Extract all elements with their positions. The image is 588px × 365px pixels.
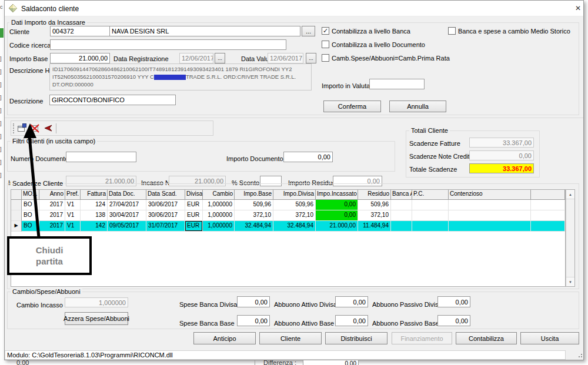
table-cell[interactable]: 2017 [39, 221, 65, 232]
resize-grip-icon[interactable] [579, 356, 580, 357]
table-cell[interactable]: 0,00 [316, 210, 358, 221]
table-cell[interactable]: 372,10 [358, 210, 391, 221]
table-cell[interactable] [412, 221, 449, 232]
red-dart-icon[interactable] [44, 123, 53, 133]
column-header[interactable]: Contenzioso [449, 190, 531, 200]
cliente-code-field[interactable]: 004372 [50, 26, 110, 36]
data-registrazione-field[interactable]: 12/06/2017 [179, 53, 213, 63]
table-cell[interactable]: 372,10 [235, 210, 273, 221]
row-selector[interactable]: ▶ [11, 221, 22, 232]
checkbox-camb-spese-abbuoni[interactable] [322, 54, 329, 62]
table-cell[interactable]: BO [22, 221, 39, 232]
table-cell[interactable]: 32.484,94 [235, 221, 273, 232]
table-cell[interactable] [391, 200, 412, 210]
table-cell[interactable]: 509,96 [358, 200, 391, 210]
table-cell[interactable]: EUR [185, 221, 203, 232]
data-valuta-browse-button[interactable]: ... [306, 53, 316, 63]
column-header[interactable]: Impo.Base [235, 190, 273, 200]
table-cell[interactable]: 1,000000 [203, 200, 235, 210]
table-cell[interactable]: 1,000000 [203, 221, 235, 232]
vertical-scrollbar[interactable]: ▲ ▼ [566, 189, 575, 287]
table-cell[interactable] [412, 210, 449, 221]
spese-banca-divisa-field[interactable]: 0,00 [237, 296, 270, 307]
cliente-browse-button[interactable]: ... [302, 26, 315, 36]
numero-documento-field[interactable] [66, 152, 136, 162]
table-cell[interactable]: 30/06/2017 [146, 210, 185, 221]
data-valuta-field[interactable]: 12/06/2017 [268, 53, 303, 63]
descrizione-field[interactable]: GIROCONTO/BONIFICO [49, 95, 176, 105]
abbuono-passivo-base-field[interactable]: 0,00 [437, 315, 470, 326]
column-header[interactable]: Cambio [203, 190, 235, 200]
table-cell[interactable]: 30/04/2017 [108, 210, 146, 221]
column-header[interactable]: Data Scad. [146, 190, 185, 200]
spese-banca-base-field[interactable]: 0,00 [237, 315, 270, 326]
anticipo-button[interactable]: Anticipo [193, 332, 256, 344]
table-cell[interactable] [449, 210, 531, 221]
abbuono-passivo-divisa-field[interactable]: 0,00 [437, 296, 470, 307]
table-cell[interactable]: 142 [81, 221, 108, 232]
scroll-down-icon[interactable]: ▼ [566, 277, 574, 286]
resize-grip-icon[interactable] [581, 354, 582, 355]
table-cell[interactable]: BO [22, 200, 39, 210]
table-cell[interactable]: V1 [65, 200, 81, 210]
table-cell[interactable]: 509,96 [235, 200, 273, 210]
cliente-name-field[interactable]: NAVA DESIGN SRL [109, 26, 300, 36]
table-cell[interactable]: 2017 [39, 210, 65, 221]
data-registrazione-browse-button[interactable]: ... [215, 53, 225, 63]
table-cell[interactable]: BO [22, 210, 39, 221]
column-header[interactable]: Residuo [358, 190, 391, 200]
table-cell[interactable]: 2017 [39, 200, 65, 210]
scroll-up-icon[interactable]: ▲ [566, 190, 574, 199]
table-row[interactable]: ▶BO2017V114209/05/201731/07/2017EUR1,000… [11, 221, 565, 232]
table-cell[interactable]: 1,000000 [203, 210, 235, 221]
checkbox-banca-spese-medio-storico[interactable] [448, 27, 456, 35]
table-cell[interactable]: 138 [81, 210, 108, 221]
table-cell[interactable]: 11.484,94 [358, 221, 391, 232]
abbuono-attivo-divisa-field[interactable]: 0,00 [335, 296, 368, 307]
table-cell[interactable] [449, 200, 531, 210]
table-row[interactable]: BO2017V113830/04/201730/06/2017EUR1,0000… [11, 210, 565, 221]
column-header[interactable]: Impo.Divisa [273, 190, 316, 200]
importo-in-valuta-field[interactable] [369, 79, 425, 89]
column-header[interactable]: Banca Ant. [391, 190, 412, 200]
table-cell[interactable]: V1 [65, 210, 81, 221]
table-cell[interactable]: 27/04/2017 [108, 200, 146, 210]
column-header[interactable]: Divisa [185, 190, 203, 200]
column-header[interactable]: MO.I. [22, 190, 39, 200]
column-header[interactable]: Data Doc. [108, 190, 146, 200]
distribuisci-button[interactable]: Distribuisci [325, 332, 387, 344]
table-cell[interactable]: 509,96 [273, 200, 316, 210]
table-row[interactable]: BO2017V112427/04/201730/06/2017EUR1,0000… [11, 200, 565, 210]
importo-documento-field[interactable]: 0,00 [283, 152, 333, 162]
conferma-button[interactable]: Conferma [323, 101, 381, 112]
table-cell[interactable]: 372,10 [273, 210, 316, 221]
table-cell[interactable]: 0,00 [316, 200, 358, 210]
table-cell[interactable]: 32.484,94 [273, 221, 316, 232]
azzera-spese-button[interactable]: Azzera Spese/Abbuoni [65, 312, 128, 325]
row-selector[interactable] [11, 200, 22, 210]
column-header[interactable]: Pref. [65, 190, 81, 200]
table-cell[interactable]: 09/05/2017 [108, 221, 146, 232]
table-cell[interactable]: 21.000,00 [316, 221, 358, 232]
abbuono-attivo-base-field[interactable]: 0,00 [335, 315, 368, 326]
table-cell[interactable] [391, 210, 412, 221]
contabilizza-button[interactable]: Contabilizza [456, 332, 517, 344]
column-header[interactable]: Anno [39, 190, 65, 200]
column-header[interactable]: Fattura [81, 190, 108, 200]
close-icon[interactable]: ✕ [573, 3, 583, 14]
table-cell[interactable]: V1 [65, 221, 81, 232]
resize-grip-icon[interactable] [581, 356, 582, 357]
codice-ricerca-field[interactable] [50, 39, 286, 50]
checkbox-contabilizza-documento[interactable] [322, 41, 329, 48]
scadenze-table[interactable]: MO.I.AnnoPref.FatturaData Doc.Data Scad.… [11, 189, 566, 287]
table-cell[interactable]: 31/07/2017 [146, 221, 185, 232]
close-partita-icon[interactable] [30, 123, 39, 133]
table-cell[interactable]: EUR [185, 210, 203, 221]
checkbox-contabilizza-banca[interactable]: ✓ [322, 27, 329, 35]
cliente-button[interactable]: Cliente [259, 332, 322, 344]
toolbar-grip[interactable] [13, 123, 16, 133]
annulla-button[interactable]: Annulla [389, 101, 446, 112]
column-header[interactable]: P.C. [412, 190, 449, 200]
row-selector[interactable] [11, 210, 22, 221]
table-cell[interactable]: 124 [81, 200, 108, 210]
